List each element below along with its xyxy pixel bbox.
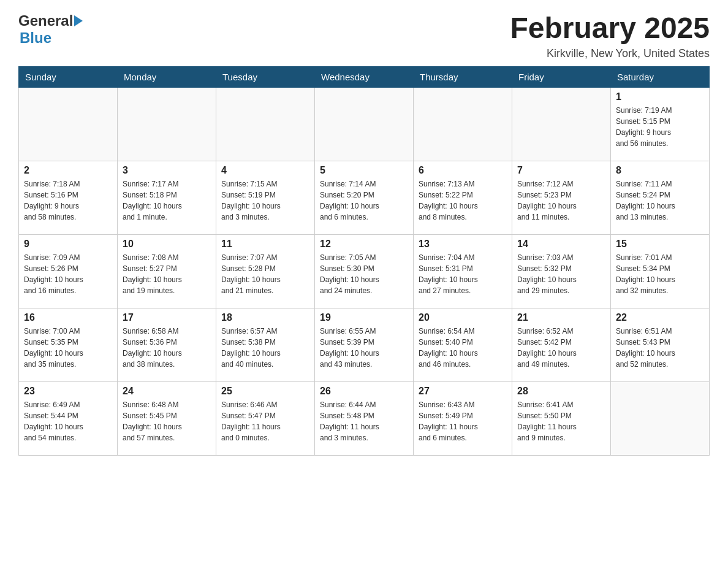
day-info: Sunrise: 6:54 AMSunset: 5:40 PMDaylight:… <box>419 326 507 370</box>
day-info: Sunrise: 7:14 AMSunset: 5:20 PMDaylight:… <box>320 178 408 223</box>
day-number: 28 <box>517 386 605 397</box>
page-header: General Blue February 2025 Kirkville, Ne… <box>18 12 710 60</box>
calendar-cell <box>315 87 414 161</box>
calendar-cell: 7Sunrise: 7:12 AMSunset: 5:23 PMDaylight… <box>512 161 611 234</box>
day-info: Sunrise: 6:46 AMSunset: 5:47 PMDaylight:… <box>221 399 309 443</box>
calendar-cell: 1Sunrise: 7:19 AMSunset: 5:15 PMDaylight… <box>611 87 710 161</box>
weekday-header-thursday: Thursday <box>414 66 512 87</box>
day-number: 13 <box>419 239 507 250</box>
calendar-cell: 21Sunrise: 6:52 AMSunset: 5:42 PMDayligh… <box>512 308 611 381</box>
day-info: Sunrise: 6:55 AMSunset: 5:39 PMDaylight:… <box>320 326 408 370</box>
day-number: 2 <box>24 165 112 176</box>
calendar-cell <box>611 381 710 455</box>
calendar-cell: 10Sunrise: 7:08 AMSunset: 5:27 PMDayligh… <box>118 234 216 308</box>
day-info: Sunrise: 7:19 AMSunset: 5:15 PMDaylight:… <box>616 105 704 149</box>
day-number: 9 <box>24 239 112 250</box>
day-number: 14 <box>517 239 605 250</box>
day-number: 6 <box>419 165 507 176</box>
day-number: 1 <box>616 91 704 102</box>
logo: General Blue <box>18 12 83 47</box>
calendar-cell: 16Sunrise: 7:00 AMSunset: 5:35 PMDayligh… <box>19 308 118 381</box>
calendar-week-row: 16Sunrise: 7:00 AMSunset: 5:35 PMDayligh… <box>19 308 710 381</box>
calendar-cell: 15Sunrise: 7:01 AMSunset: 5:34 PMDayligh… <box>611 234 710 308</box>
calendar-cell: 6Sunrise: 7:13 AMSunset: 5:22 PMDaylight… <box>414 161 512 234</box>
calendar-cell: 23Sunrise: 6:49 AMSunset: 5:44 PMDayligh… <box>19 381 118 455</box>
title-block: February 2025 Kirkville, New York, Unite… <box>510 12 710 60</box>
day-info: Sunrise: 7:11 AMSunset: 5:24 PMDaylight:… <box>616 178 704 223</box>
location-subtitle: Kirkville, New York, United States <box>510 47 710 60</box>
day-number: 10 <box>123 239 211 250</box>
weekday-header-tuesday: Tuesday <box>216 66 315 87</box>
weekday-header-wednesday: Wednesday <box>315 66 414 87</box>
calendar-cell: 27Sunrise: 6:43 AMSunset: 5:49 PMDayligh… <box>414 381 512 455</box>
weekday-header-monday: Monday <box>118 66 216 87</box>
calendar-cell: 28Sunrise: 6:41 AMSunset: 5:50 PMDayligh… <box>512 381 611 455</box>
day-number: 15 <box>616 239 704 250</box>
day-info: Sunrise: 7:08 AMSunset: 5:27 PMDaylight:… <box>123 252 211 296</box>
calendar-cell <box>216 87 315 161</box>
day-info: Sunrise: 7:17 AMSunset: 5:18 PMDaylight:… <box>123 178 211 223</box>
day-info: Sunrise: 6:57 AMSunset: 5:38 PMDaylight:… <box>221 326 309 370</box>
calendar-week-row: 2Sunrise: 7:18 AMSunset: 5:16 PMDaylight… <box>19 161 710 234</box>
calendar-cell: 14Sunrise: 7:03 AMSunset: 5:32 PMDayligh… <box>512 234 611 308</box>
day-number: 19 <box>320 312 408 323</box>
month-title: February 2025 <box>510 12 710 45</box>
calendar-cell: 20Sunrise: 6:54 AMSunset: 5:40 PMDayligh… <box>414 308 512 381</box>
calendar-cell <box>19 87 118 161</box>
calendar-cell: 17Sunrise: 6:58 AMSunset: 5:36 PMDayligh… <box>118 308 216 381</box>
calendar-cell: 24Sunrise: 6:48 AMSunset: 5:45 PMDayligh… <box>118 381 216 455</box>
calendar-cell: 26Sunrise: 6:44 AMSunset: 5:48 PMDayligh… <box>315 381 414 455</box>
day-info: Sunrise: 7:18 AMSunset: 5:16 PMDaylight:… <box>24 178 112 223</box>
calendar-cell <box>118 87 216 161</box>
calendar-cell <box>414 87 512 161</box>
day-info: Sunrise: 6:48 AMSunset: 5:45 PMDaylight:… <box>123 399 211 443</box>
calendar-cell: 2Sunrise: 7:18 AMSunset: 5:16 PMDaylight… <box>19 161 118 234</box>
day-number: 24 <box>123 386 211 397</box>
day-info: Sunrise: 7:12 AMSunset: 5:23 PMDaylight:… <box>517 178 605 223</box>
day-number: 21 <box>517 312 605 323</box>
day-number: 23 <box>24 386 112 397</box>
day-number: 20 <box>419 312 507 323</box>
calendar-cell: 22Sunrise: 6:51 AMSunset: 5:43 PMDayligh… <box>611 308 710 381</box>
calendar-cell: 4Sunrise: 7:15 AMSunset: 5:19 PMDaylight… <box>216 161 315 234</box>
weekday-header-friday: Friday <box>512 66 611 87</box>
logo-general-text: General <box>18 12 73 29</box>
day-info: Sunrise: 7:01 AMSunset: 5:34 PMDaylight:… <box>616 252 704 296</box>
day-number: 26 <box>320 386 408 397</box>
day-info: Sunrise: 7:13 AMSunset: 5:22 PMDaylight:… <box>419 178 507 223</box>
calendar-cell: 3Sunrise: 7:17 AMSunset: 5:18 PMDaylight… <box>118 161 216 234</box>
day-info: Sunrise: 6:58 AMSunset: 5:36 PMDaylight:… <box>123 326 211 370</box>
calendar-table: SundayMondayTuesdayWednesdayThursdayFrid… <box>18 66 710 456</box>
weekday-header-saturday: Saturday <box>611 66 710 87</box>
calendar-week-row: 9Sunrise: 7:09 AMSunset: 5:26 PMDaylight… <box>19 234 710 308</box>
day-info: Sunrise: 6:49 AMSunset: 5:44 PMDaylight:… <box>24 399 112 443</box>
day-number: 18 <box>221 312 309 323</box>
day-number: 12 <box>320 239 408 250</box>
day-info: Sunrise: 7:04 AMSunset: 5:31 PMDaylight:… <box>419 252 507 296</box>
day-number: 3 <box>123 165 211 176</box>
day-info: Sunrise: 7:05 AMSunset: 5:30 PMDaylight:… <box>320 252 408 296</box>
day-info: Sunrise: 7:09 AMSunset: 5:26 PMDaylight:… <box>24 252 112 296</box>
day-number: 5 <box>320 165 408 176</box>
logo-triangle-icon <box>74 15 83 26</box>
logo-blue-text: Blue <box>20 29 51 47</box>
day-number: 16 <box>24 312 112 323</box>
calendar-header-row: SundayMondayTuesdayWednesdayThursdayFrid… <box>19 66 710 87</box>
day-number: 25 <box>221 386 309 397</box>
day-info: Sunrise: 7:03 AMSunset: 5:32 PMDaylight:… <box>517 252 605 296</box>
day-info: Sunrise: 6:41 AMSunset: 5:50 PMDaylight:… <box>517 399 605 443</box>
calendar-cell: 18Sunrise: 6:57 AMSunset: 5:38 PMDayligh… <box>216 308 315 381</box>
day-number: 7 <box>517 165 605 176</box>
day-number: 8 <box>616 165 704 176</box>
calendar-cell: 11Sunrise: 7:07 AMSunset: 5:28 PMDayligh… <box>216 234 315 308</box>
calendar-cell: 13Sunrise: 7:04 AMSunset: 5:31 PMDayligh… <box>414 234 512 308</box>
day-number: 17 <box>123 312 211 323</box>
calendar-week-row: 1Sunrise: 7:19 AMSunset: 5:15 PMDaylight… <box>19 87 710 161</box>
day-number: 11 <box>221 239 309 250</box>
calendar-cell <box>512 87 611 161</box>
weekday-header-sunday: Sunday <box>19 66 118 87</box>
day-info: Sunrise: 6:52 AMSunset: 5:42 PMDaylight:… <box>517 326 605 370</box>
calendar-cell: 12Sunrise: 7:05 AMSunset: 5:30 PMDayligh… <box>315 234 414 308</box>
day-info: Sunrise: 6:44 AMSunset: 5:48 PMDaylight:… <box>320 399 408 443</box>
day-number: 27 <box>419 386 507 397</box>
